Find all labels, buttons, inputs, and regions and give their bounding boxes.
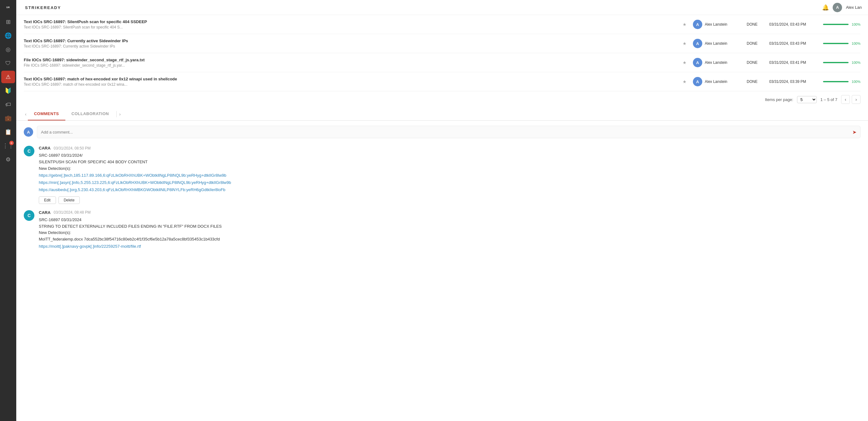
comments-section: A ➤ C CARA 03/31/2024, 08:50 PM SRC-1689… xyxy=(16,121,868,262)
avatar: A xyxy=(693,58,702,67)
sidebar-item-dashboard[interactable]: ⊞ xyxy=(1,16,15,28)
comment-body: CARA 03/31/2024, 08:50 PM SRC-16897 03/3… xyxy=(39,146,861,204)
task-title: Text IOCs SRC-16897: match of hex-encode… xyxy=(24,77,676,81)
tabs-next-button[interactable]: › xyxy=(118,109,122,119)
sidebar-item-briefcase[interactable]: 💼 xyxy=(1,112,15,124)
progress-label: 100% xyxy=(850,80,861,84)
user-avatar[interactable]: A xyxy=(833,3,842,12)
sidebar: SR ⊞ 🌐 ◎ 🛡 ⚠ 🔰 🏷 💼 📋 ⋮⋮ B ⚙ xyxy=(0,0,16,421)
tabs-prev-button[interactable]: ‹ xyxy=(24,109,28,119)
sidebar-item-shield2[interactable]: 🔰 xyxy=(1,85,15,97)
table-row: Text IOCs SRC-16897: Currently active Si… xyxy=(24,34,861,53)
table-row: Text IOCs SRC-16897: SilentPush scan for… xyxy=(24,15,861,34)
sidebar-logo: SR xyxy=(6,4,10,9)
comment-meta: CARA 03/31/2024, 08:50 PM xyxy=(39,146,861,150)
assignee-name: Alex Lanstein xyxy=(705,41,727,46)
progress-label: 100% xyxy=(850,23,861,26)
sidebar-item-tag[interactable]: 🏷 xyxy=(1,98,15,111)
comment-card: C CARA 03/31/2024, 08:50 PM SRC-16897 03… xyxy=(24,146,861,204)
topbar: STRIKEREADY 🔔 A Alex Lan xyxy=(16,0,868,15)
comment-link[interactable]: https://gebre[.]tech,185.117.89.166,6:qF… xyxy=(39,172,861,179)
assignee-name: Alex Lanstein xyxy=(705,80,727,84)
sidebar-item-shield[interactable]: 🛡 xyxy=(1,57,15,69)
items-per-page-label: Items per page: xyxy=(765,97,793,102)
task-table: Text IOCs SRC-16897: SilentPush scan for… xyxy=(16,15,868,91)
tabs-section: ‹ COMMENTS COLLABORATION › xyxy=(16,108,868,121)
tab-comments[interactable]: COMMENTS xyxy=(28,108,65,120)
progress-fill xyxy=(823,81,848,82)
task-info: Text IOCs SRC-16897: Currently active Si… xyxy=(24,38,676,49)
comment-input-avatar: A xyxy=(24,127,33,137)
sidebar-item-grid[interactable]: ⋮⋮ B xyxy=(1,140,15,152)
comment-link[interactable]: https://min[.]asyn[.]info,5.255.123.225,… xyxy=(39,180,861,186)
star-icon[interactable]: ★ xyxy=(680,60,689,65)
task-date: 03/31/2024, 03:41 PM xyxy=(769,60,819,65)
sidebar-item-settings[interactable]: ⚙ xyxy=(1,153,15,166)
progress-bar xyxy=(823,24,848,25)
content-area: Text IOCs SRC-16897: SilentPush scan for… xyxy=(16,15,868,421)
comment-avatar: C xyxy=(24,146,34,156)
task-info: Text IOCs SRC-16897: SilentPush scan for… xyxy=(24,20,676,29)
progress-fill xyxy=(823,24,848,25)
task-date: 03/31/2024, 03:43 PM xyxy=(769,22,819,27)
progress-label: 100% xyxy=(850,41,861,46)
sidebar-item-target[interactable]: ◎ xyxy=(1,43,15,56)
username-label: Alex Lan xyxy=(846,5,862,10)
sidebar-item-alert[interactable]: ⚠ xyxy=(1,71,15,83)
task-info: Text IOCs SRC-16897: match of hex-encode… xyxy=(24,77,676,87)
sidebar-item-list[interactable]: 📋 xyxy=(1,126,15,138)
topbar-logo: STRIKEREADY xyxy=(25,5,61,10)
task-info: File IOCs SRC-16897: sidewinder_second_s… xyxy=(24,58,676,67)
comment-author: CARA xyxy=(39,146,51,150)
sidebar-item-globe[interactable]: 🌐 xyxy=(1,29,15,42)
task-assignee: A Alex Lanstein xyxy=(693,58,743,67)
items-per-page-select[interactable]: 5 10 25 50 xyxy=(797,96,817,103)
star-icon[interactable]: ★ xyxy=(680,22,689,27)
main-content: STRIKEREADY 🔔 A Alex Lan Text IOCs SRC-1… xyxy=(16,0,868,421)
avatar: A xyxy=(693,39,702,48)
comment-input[interactable] xyxy=(41,130,857,134)
sidebar-badge: B xyxy=(9,141,14,145)
progress-label: 100% xyxy=(850,61,861,64)
star-icon[interactable]: ★ xyxy=(680,41,689,46)
pagination-prev-button[interactable]: ‹ xyxy=(841,95,850,104)
progress-bar xyxy=(823,43,848,44)
task-assignee: A Alex Lanstein xyxy=(693,20,743,29)
star-icon[interactable]: ★ xyxy=(680,79,689,84)
delete-button[interactable]: Delete xyxy=(59,197,80,204)
comment-input-wrapper: ➤ xyxy=(37,126,861,138)
comment-time: 03/31/2024, 08:48 PM xyxy=(54,210,91,215)
progress-fill xyxy=(823,43,848,44)
task-progress: 100% xyxy=(823,61,861,64)
task-status: DONE xyxy=(747,22,766,27)
task-subtitle: Text IOCs SRC-16897: SilentPush scan for… xyxy=(24,25,676,29)
comment-text: SRC-16897 03/31/2024/ SILENTPUSH SCAN FO… xyxy=(39,152,861,193)
task-subtitle: Text IOCs SRC-16897: Currently active Si… xyxy=(24,44,676,49)
comment-card: C CARA 03/31/2024, 08:48 PM SRC-16897 03… xyxy=(24,210,861,250)
comment-avatar: C xyxy=(24,210,34,221)
task-subtitle: Text IOCs SRC-16897: match of hex-encode… xyxy=(24,82,676,87)
comment-link[interactable]: https://ausibedu[.]org,5.230.43.203,6:qF… xyxy=(39,187,861,193)
task-status: DONE xyxy=(747,80,766,84)
send-icon[interactable]: ➤ xyxy=(852,129,857,135)
tabs-header: ‹ COMMENTS COLLABORATION › xyxy=(24,108,861,120)
task-progress: 100% xyxy=(823,80,861,84)
task-status: DONE xyxy=(747,41,766,46)
progress-fill xyxy=(823,62,848,63)
comment-actions: Edit Delete xyxy=(39,197,861,204)
pagination-next-button[interactable]: › xyxy=(852,95,861,104)
task-date: 03/31/2024, 03:43 PM xyxy=(769,41,819,46)
pagination-row: Items per page: 5 10 25 50 1 – 5 of 7 ‹ … xyxy=(16,91,868,108)
notification-bell-icon[interactable]: 🔔 xyxy=(822,4,829,11)
task-subtitle: File IOCs SRC-16897: sidewinder_second_s… xyxy=(24,63,676,67)
progress-bar xyxy=(823,62,848,63)
task-status: DONE xyxy=(747,60,766,65)
comment-link[interactable]: https://moitt[.]paknavy-govpk[.]info/222… xyxy=(39,243,861,250)
task-progress: 100% xyxy=(823,23,861,26)
comment-body: CARA 03/31/2024, 08:48 PM SRC-16897 03/3… xyxy=(39,210,861,250)
tab-collaboration[interactable]: COLLABORATION xyxy=(65,108,115,120)
avatar: A xyxy=(693,77,702,86)
edit-button[interactable]: Edit xyxy=(39,197,56,204)
comment-input-row: A ➤ xyxy=(24,126,861,138)
brand-logo-text: STRIKEREADY xyxy=(25,5,61,10)
